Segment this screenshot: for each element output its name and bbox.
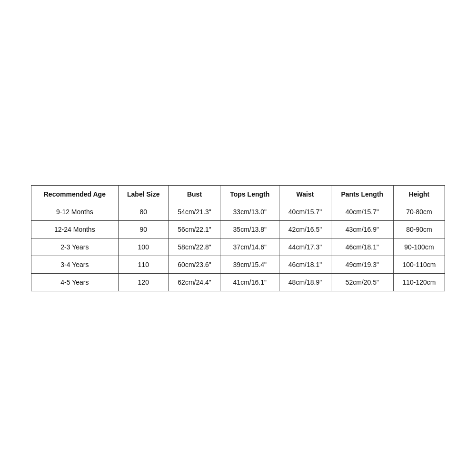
cell-label-size: 120 [118, 273, 169, 291]
col-header-bust: Bust [169, 185, 220, 203]
cell-bust: 56cm/22.1" [169, 220, 220, 238]
cell-waist: 40cm/15.7" [279, 203, 331, 220]
table-row: 2-3 Years10058cm/22.8"37cm/14.6"44cm/17.… [31, 238, 445, 256]
cell-age: 2-3 Years [31, 238, 119, 256]
cell-height: 80-90cm [393, 220, 445, 238]
cell-label-size: 90 [118, 220, 169, 238]
table-row: 4-5 Years12062cm/24.4"41cm/16.1"48cm/18.… [31, 273, 445, 291]
cell-height: 70-80cm [393, 203, 445, 220]
cell-tops-length: 39cm/15.4" [220, 256, 279, 273]
cell-waist: 48cm/18.9" [279, 273, 331, 291]
cell-pants-length: 43cm/16.9" [331, 220, 393, 238]
size-chart-container: Recommended Age Label Size Bust Tops Len… [31, 185, 445, 291]
table-row: 12-24 Months9056cm/22.1"35cm/13.8"42cm/1… [31, 220, 445, 238]
cell-tops-length: 41cm/16.1" [220, 273, 279, 291]
size-chart-table: Recommended Age Label Size Bust Tops Len… [31, 185, 445, 291]
cell-waist: 42cm/16.5" [279, 220, 331, 238]
cell-label-size: 100 [118, 238, 169, 256]
col-header-height: Height [393, 185, 445, 203]
cell-tops-length: 35cm/13.8" [220, 220, 279, 238]
cell-label-size: 80 [118, 203, 169, 220]
cell-waist: 44cm/17.3" [279, 238, 331, 256]
col-header-label-size: Label Size [118, 185, 169, 203]
cell-bust: 62cm/24.4" [169, 273, 220, 291]
table-row: 9-12 Months8054cm/21.3"33cm/13.0"40cm/15… [31, 203, 445, 220]
cell-pants-length: 40cm/15.7" [331, 203, 393, 220]
col-header-tops-length: Tops Length [220, 185, 279, 203]
cell-height: 90-100cm [393, 238, 445, 256]
cell-bust: 60cm/23.6" [169, 256, 220, 273]
cell-age: 4-5 Years [31, 273, 119, 291]
cell-height: 100-110cm [393, 256, 445, 273]
cell-pants-length: 49cm/19.3" [331, 256, 393, 273]
cell-height: 110-120cm [393, 273, 445, 291]
col-header-pants-length: Pants Length [331, 185, 393, 203]
cell-tops-length: 33cm/13.0" [220, 203, 279, 220]
cell-bust: 54cm/21.3" [169, 203, 220, 220]
cell-age: 12-24 Months [31, 220, 119, 238]
table-header-row: Recommended Age Label Size Bust Tops Len… [31, 185, 445, 203]
col-header-age: Recommended Age [31, 185, 119, 203]
cell-pants-length: 46cm/18.1" [331, 238, 393, 256]
table-row: 3-4 Years11060cm/23.6"39cm/15.4"46cm/18.… [31, 256, 445, 273]
cell-bust: 58cm/22.8" [169, 238, 220, 256]
cell-age: 3-4 Years [31, 256, 119, 273]
col-header-waist: Waist [279, 185, 331, 203]
cell-tops-length: 37cm/14.6" [220, 238, 279, 256]
cell-pants-length: 52cm/20.5" [331, 273, 393, 291]
cell-waist: 46cm/18.1" [279, 256, 331, 273]
cell-label-size: 110 [118, 256, 169, 273]
cell-age: 9-12 Months [31, 203, 119, 220]
